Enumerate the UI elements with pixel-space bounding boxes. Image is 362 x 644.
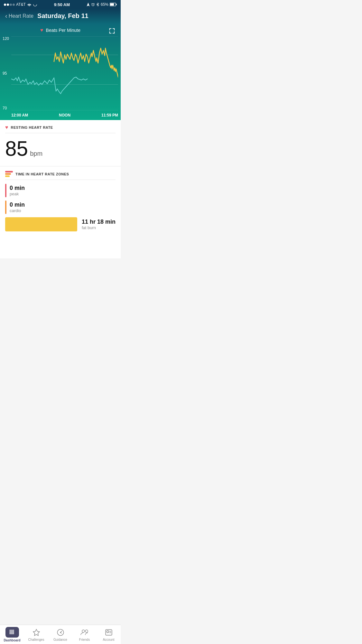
- resting-hr-title: RESTING HEART RATE: [11, 126, 53, 129]
- carrier-label: AT&T: [16, 2, 26, 7]
- fat-burn-bar-container: [5, 217, 77, 231]
- chart-svg-wrapper: [11, 36, 118, 110]
- y-label-70: 70: [3, 106, 9, 110]
- resting-hr-heart-icon: ♥: [5, 125, 8, 130]
- x-label-noon: NOON: [59, 113, 70, 117]
- heart-icon: ♥: [40, 27, 43, 33]
- zones-bar-orange: [5, 173, 11, 175]
- peak-zone-time: 0 min: [10, 185, 25, 191]
- cardio-bar-indicator: [5, 201, 6, 214]
- fat-burn-bar: [5, 217, 77, 231]
- signal-dot-2: [7, 4, 9, 6]
- y-label-95: 95: [3, 71, 9, 76]
- heart-rate-zones-section: TIME IN HEART RATE ZONES 0 min peak 0 mi…: [0, 166, 121, 236]
- peak-zone-info: 0 min peak: [10, 185, 25, 196]
- signal-dots: [4, 4, 15, 6]
- chart-legend-label: Beats Per Minute: [46, 28, 80, 33]
- back-label: Heart Rate: [9, 13, 33, 19]
- chart-x-labels: 12:00 AM NOON 11:59 PM: [11, 110, 118, 120]
- page-title: Saturday, Feb 11: [37, 12, 88, 20]
- activity-icon: [33, 2, 37, 7]
- svg-rect-4: [110, 3, 114, 5]
- signal-dot-1: [4, 4, 6, 6]
- cardio-zone-time: 0 min: [10, 201, 25, 208]
- zones-bar-yellow: [5, 175, 10, 177]
- heart-rate-svg: [11, 36, 118, 110]
- svg-rect-3: [116, 4, 116, 5]
- svg-point-0: [33, 3, 37, 6]
- chart-y-labels: 120 95 70: [3, 36, 9, 110]
- battery-icon: [110, 3, 117, 6]
- y-label-120: 120: [3, 36, 9, 41]
- chart-area: 120 95 70 12:00 AM NOON 11:59 PM: [0, 36, 121, 120]
- signal-dot-3: [10, 4, 12, 6]
- fat-burn-time: 11 hr 18 min: [82, 219, 116, 225]
- chart-legend: ♥ Beats Per Minute: [0, 27, 121, 33]
- cardio-zone-info: 0 min cardio: [10, 201, 25, 213]
- fat-burn-label: fat burn: [82, 225, 116, 230]
- zone-row-cardio: 0 min cardio: [5, 201, 116, 214]
- resting-hr-value-container: 85 bpm: [5, 136, 116, 162]
- resting-hr-header: ♥ RESTING HEART RATE: [5, 125, 116, 133]
- status-bar: AT&T 9:50 AM 65%: [0, 0, 121, 9]
- zones-bar-red: [5, 171, 13, 173]
- wifi-icon: [27, 3, 32, 6]
- x-label-end: 11:59 PM: [101, 113, 118, 117]
- location-icon: [87, 3, 90, 6]
- back-button[interactable]: ‹ Heart Rate: [5, 12, 33, 20]
- content-area: ♥ RESTING HEART RATE 85 bpm TIME IN HEAR…: [0, 120, 121, 258]
- cardio-zone-label: cardio: [10, 208, 25, 213]
- back-arrow-icon: ‹: [5, 12, 7, 20]
- peak-zone-label: peak: [10, 191, 25, 196]
- zones-header: TIME IN HEART RATE ZONES: [5, 171, 116, 180]
- heart-rate-chart-container: ♥ Beats Per Minute 120 95 70: [0, 24, 121, 120]
- resting-heart-rate-section: ♥ RESTING HEART RATE 85 bpm: [0, 120, 121, 166]
- expand-button[interactable]: [108, 27, 116, 36]
- signal-dot-4: [13, 4, 15, 6]
- x-label-start: 12:00 AM: [11, 113, 28, 117]
- resting-hr-number: 85: [5, 138, 28, 159]
- zone-row-fatburn: 11 hr 18 min fat burn: [5, 217, 116, 231]
- zone-row-peak: 0 min peak: [5, 184, 116, 197]
- status-left: AT&T: [4, 2, 37, 7]
- fat-burn-info: 11 hr 18 min fat burn: [82, 219, 116, 230]
- battery-label: 65%: [101, 2, 108, 7]
- status-right: 65%: [87, 2, 117, 7]
- resting-hr-unit: bpm: [30, 150, 42, 157]
- zones-icon: [5, 171, 13, 177]
- zones-title: TIME IN HEART RATE ZONES: [15, 172, 69, 176]
- alarm-icon: [91, 3, 95, 6]
- page-header: ‹ Heart Rate Saturday, Feb 11: [0, 9, 121, 24]
- peak-bar-indicator: [5, 184, 6, 197]
- bottom-spacer: [0, 236, 121, 258]
- bluetooth-icon: [96, 3, 99, 6]
- status-time: 9:50 AM: [54, 2, 70, 7]
